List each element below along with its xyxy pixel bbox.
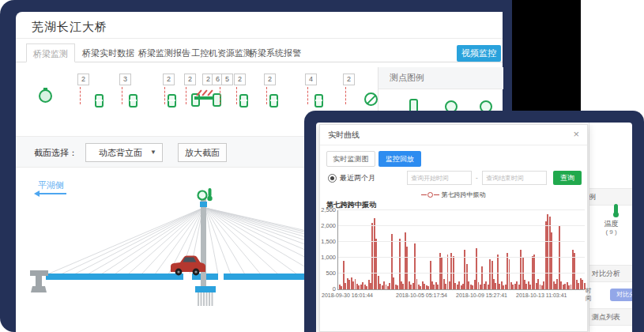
tab-realtime-data[interactable]: 桥梁实时数据 [82, 43, 134, 62]
thermometer-bulb [207, 196, 212, 201]
legend-marker-circle [427, 192, 433, 198]
thermometer-icon[interactable] [614, 204, 618, 214]
section-select-dropdown[interactable]: 动态背立面 ▼ [85, 143, 163, 162]
x-axis-name: 时间 [586, 287, 592, 303]
sensor-link-icon[interactable] [239, 94, 248, 108]
sensor-count-badge: 2 [234, 74, 246, 85]
stopwatch-icon[interactable] [39, 89, 52, 103]
chart-bars [339, 210, 585, 289]
rotation-sensor-icon [198, 191, 207, 200]
tab-system-alarm[interactable]: 桥梁系统报警 [249, 43, 301, 62]
end-time-input[interactable] [482, 171, 547, 185]
x-tick-label: 2018-10-05 05:17:54 [396, 292, 447, 298]
tab-monitor-playback[interactable]: 监控回放 [378, 151, 421, 167]
sensor-count-badge: 5 [221, 74, 233, 85]
car-illustration [171, 256, 205, 276]
sensor-count-badge: 2 [184, 74, 196, 85]
tab-realtime-chart[interactable]: 实时监测图 [326, 151, 375, 167]
pile-cap [195, 286, 216, 292]
main-tabbar: 桥梁监测 桥梁实时数据 桥梁监测报告 工控机资源监测 桥梁系统报警 视频监控 [16, 39, 503, 62]
sensor-dash-line [236, 87, 237, 104]
sensor-count-badge: 2 [163, 74, 175, 85]
disabled-sensor-icon[interactable] [364, 92, 378, 106]
range-separator: - [476, 174, 478, 181]
y-tick-label: 500 [316, 270, 336, 277]
gridline [338, 273, 585, 274]
side-legend-header: 测点图例 [589, 188, 632, 206]
section-select-value: 动态背立面 [99, 148, 142, 157]
realtime-curve-dialog: 实时曲线 × 实时监测图 监控回放 最近两个月 - 查询 第七跨跨中振动 第七跨… [319, 124, 588, 332]
vibration-chart: 05001,0001,5002,0002,500 [337, 210, 585, 290]
sensor-dash-line [164, 87, 165, 104]
gridline [338, 241, 585, 242]
y-tick-label: 0 [316, 285, 336, 292]
recent-two-months-radio[interactable] [328, 174, 337, 183]
sensor-link-icon[interactable] [269, 94, 278, 108]
thermometer-icon [209, 188, 212, 197]
sensor-count-badge: 4 [305, 74, 317, 85]
sensor-link-icon[interactable] [168, 94, 176, 108]
y-tick-label: 1,000 [316, 254, 336, 261]
y-tick-label: 1,500 [316, 238, 336, 245]
bridge-piles [198, 292, 213, 306]
sensor-dash-line [345, 87, 346, 104]
tab-ipc-resource[interactable]: 工控机资源监测 [191, 43, 252, 62]
y-tick-label: 2,000 [316, 222, 336, 229]
sensor-dash-line [266, 87, 267, 104]
black-region [512, 0, 581, 111]
dialog-header: 实时曲线 × [320, 125, 587, 145]
sensor-dash-line [80, 87, 81, 104]
sensor-count-badge: 2 [343, 74, 355, 85]
pylon-blue-band [200, 202, 207, 207]
tab-monitor-report[interactable]: 桥梁监测报告 [138, 43, 190, 62]
legend-marker-line [434, 194, 439, 195]
bridge-pylon [201, 194, 206, 292]
sensor-link-icon[interactable] [129, 94, 137, 108]
sensor-cluster-icon[interactable] [191, 91, 221, 105]
sensor-link-icon[interactable] [314, 94, 323, 108]
desktop: 芜湖长江大桥 桥梁监测 桥梁实时数据 桥梁监测报告 工控机资源监测 桥梁系统报警… [0, 0, 644, 332]
sensor-dash-line [220, 87, 220, 104]
chevron-down-icon: ▼ [150, 144, 156, 161]
gridline [338, 209, 585, 210]
sensor-link-icon[interactable] [191, 93, 200, 107]
sensor-count-badge: 2 [264, 74, 276, 85]
overlay-window: 测点图例 温度 ( 9 ) 对比分析 对比分析 测点列表 实时曲线 × 实时监测… [304, 111, 644, 332]
chart-legend[interactable]: 第七跨跨中振动 [320, 191, 587, 199]
compare-analysis-button[interactable]: 对比分析 [610, 289, 632, 301]
chart-bar [559, 226, 560, 289]
sensor-count-badge: 3 [119, 74, 131, 85]
close-icon[interactable]: × [573, 128, 579, 141]
zoom-section-button[interactable]: 放大截面 [178, 143, 227, 162]
legend-panel: 测点图例 [378, 67, 503, 115]
video-monitor-button[interactable]: 视频监控 [457, 45, 501, 62]
x-tick-label: 2018-10-09 15:27:41 [456, 292, 507, 298]
sensor-link-icon[interactable] [95, 94, 104, 108]
sensor-count-badge: 2 [77, 74, 89, 85]
dialog-title: 实时曲线 [328, 130, 360, 141]
recent-two-months-label: 最近两个月 [340, 173, 375, 183]
sensor-dash-line [307, 87, 308, 104]
search-button[interactable]: 查询 [553, 171, 582, 185]
x-tick-label: 2018-09-30 16:01:44 [322, 292, 373, 298]
page-title: 芜湖长江大桥 [32, 20, 107, 35]
deck-joint [218, 274, 224, 280]
y-tick-label: 2,500 [316, 206, 336, 213]
compare-section-header: 对比分析 [589, 265, 632, 282]
legend-series-label: 第七跨跨中振动 [442, 191, 486, 198]
deck-joint [183, 274, 192, 280]
legend-panel-title: 测点图例 [378, 67, 503, 89]
point-list-header: 测点列表 [589, 308, 632, 326]
section-select-label: 截面选择： [34, 147, 77, 159]
bridge-abutment [30, 270, 48, 292]
gridline [338, 225, 585, 226]
x-tick-label: 2018-10-13 11:03:41 [516, 292, 567, 298]
tab-bridge-monitor[interactable]: 桥梁监测 [26, 43, 75, 62]
sensor-dash-line [186, 87, 186, 104]
temperature-count: ( 9 ) [589, 228, 632, 236]
start-time-input[interactable] [407, 171, 472, 185]
gridline [338, 257, 585, 258]
sensor-dash-line [122, 87, 122, 104]
legend-marker-line [421, 194, 427, 195]
overlay-side-panel: 测点图例 温度 ( 9 ) 对比分析 对比分析 测点列表 [589, 123, 632, 332]
